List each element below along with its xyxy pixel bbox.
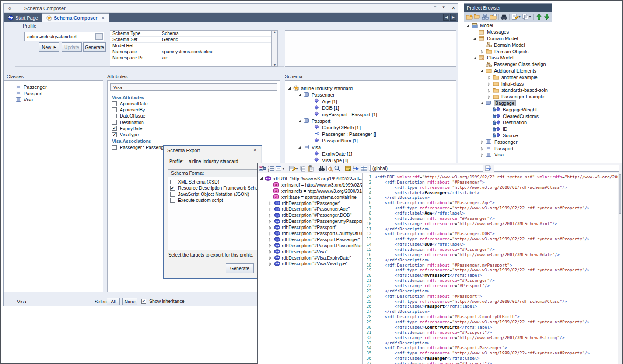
schema-tree-node[interactable]: CountryOfBirth [1] — [285, 124, 456, 131]
expander-closed-icon[interactable] — [268, 231, 272, 235]
attribute-checkbox-row[interactable]: ExpiryDate — [112, 125, 276, 132]
expander-open-icon[interactable] — [298, 146, 301, 149]
checkbox-icon[interactable] — [112, 120, 117, 125]
property-value[interactable]: Generic — [159, 37, 178, 42]
xml-dom-node[interactable]: rdf:Description "#Passport.CountryOfBirt… — [258, 230, 362, 236]
checkbox-icon[interactable] — [170, 186, 175, 191]
new-element-icon[interactable] — [490, 14, 497, 20]
xml-dom-node[interactable]: rdf:RDF "http://www.w3.org/1999/02/22-rd… — [258, 176, 362, 182]
node-list-icon[interactable]: 123 — [267, 165, 274, 172]
schema-format-row[interactable]: XML Schema (XSD) — [170, 179, 260, 185]
xml-dom-node[interactable]: rdf:Description "#Passenger.Age" — [258, 206, 362, 212]
schema-format-row[interactable]: Resource Description Framework Schema (R… — [170, 185, 260, 191]
browser-tree-node[interactable]: standards-based-soln — [464, 87, 552, 94]
xml-dom-node[interactable]: rdf:Description "#Passport" — [258, 224, 362, 230]
browser-tree-node[interactable]: ID — [464, 126, 552, 132]
schema-tree-node[interactable]: Visa — [285, 144, 456, 150]
schema-tree-node[interactable]: Passport — [285, 118, 456, 124]
new-package-icon[interactable] — [474, 14, 481, 20]
class-list-item[interactable]: Passport — [4, 90, 103, 97]
expander-closed-icon[interactable] — [268, 243, 272, 247]
dom-tree-toggle-icon[interactable] — [259, 165, 266, 172]
expander-closed-icon[interactable] — [480, 146, 484, 150]
checkbox-icon[interactable] — [170, 192, 175, 197]
profile-browse-button[interactable]: ... — [95, 33, 103, 40]
expander-closed-icon[interactable] — [268, 201, 272, 205]
tab-scroll-right-icon[interactable]: ▶ — [450, 14, 456, 21]
find-in-browser-icon[interactable] — [500, 14, 508, 20]
property-value[interactable] — [159, 61, 162, 67]
browser-tree-node[interactable]: Passenger — [464, 139, 552, 145]
browser-tree-node[interactable]: Messages — [464, 29, 552, 35]
find-icon[interactable] — [318, 165, 325, 172]
attribute-checkbox-row[interactable]: ApprovalDate — [112, 101, 276, 107]
move-down-icon[interactable] — [543, 14, 550, 20]
dialog-close-icon[interactable]: ✕ — [253, 147, 257, 153]
browser-tree-node[interactable]: Passenger Class design — [464, 61, 552, 68]
schema-tree-node[interactable]: VisaType [1] — [285, 157, 456, 163]
attribute-checkbox-row[interactable]: DateOfIssue — [112, 113, 276, 119]
class-list-item[interactable]: Visa — [4, 97, 103, 103]
xml-dom-node[interactable]: rdf:Description "#Passport.PassportNum" — [258, 243, 362, 249]
copy-node-icon[interactable] — [299, 165, 306, 172]
xml-dom-node[interactable]: axmlns:rdfs = http://www.w3.org/2000/01/… — [258, 188, 362, 194]
tab-start-page[interactable]: Start Page — [4, 13, 42, 22]
browser-tree-node[interactable]: BaggageWeight — [464, 106, 552, 113]
window-menu-icon[interactable]: ▼ — [442, 5, 445, 11]
show-inheritance-checkbox[interactable]: Show inheritance — [141, 298, 185, 304]
browser-tree-node[interactable]: Model — [464, 22, 552, 29]
attribute-checkbox-row[interactable]: ApprovedBy — [112, 107, 276, 113]
expander-open-icon[interactable] — [298, 93, 301, 96]
dropdown-caret-icon[interactable]: ▼ — [282, 167, 285, 170]
new-diagram-icon[interactable] — [482, 14, 489, 20]
xml-dom-node[interactable]: rdf:Description "#Passenger.DOB" — [258, 212, 362, 218]
scrollbar-thumb[interactable] — [619, 174, 621, 214]
expander-closed-icon[interactable] — [268, 219, 272, 223]
go-to-definition-icon[interactable] — [353, 165, 360, 172]
edit-node-icon[interactable] — [289, 165, 296, 172]
select-all-button[interactable]: All — [107, 298, 120, 305]
schema-tree-node[interactable]: ExpiryDate [1] — [285, 150, 456, 157]
run-search-icon[interactable] — [485, 165, 492, 172]
checkbox-icon[interactable] — [112, 145, 117, 150]
browser-tree-node[interactable]: Passport — [464, 145, 552, 152]
expander-open-icon[interactable] — [480, 101, 483, 104]
property-value[interactable]: Schema — [159, 31, 179, 36]
dropdown-caret-icon[interactable]: ▼ — [518, 15, 521, 18]
new-model-icon[interactable] — [466, 14, 473, 20]
expander-open-icon[interactable] — [288, 87, 291, 90]
select-none-button[interactable]: None — [122, 298, 137, 305]
xml-dom-node[interactable]: rdf:Description "#Visa.VisaType" — [258, 260, 362, 267]
browser-tree-node[interactable]: another-example — [464, 74, 552, 80]
xml-dom-node[interactable]: rdf:Description "#Passenger" — [258, 200, 362, 206]
xml-dom-node[interactable]: rdf:Description "#Visa.ExpiryDate" — [258, 255, 362, 261]
schema-tree-node[interactable]: Passenger : Passenger [] — [285, 131, 456, 137]
schema-tree-node[interactable]: PassportNum [1] — [285, 137, 456, 144]
browser-tree-node[interactable]: Source — [464, 132, 552, 139]
schema-tree-node[interactable]: myPassport : Passport [1] — [285, 111, 456, 118]
xml-dom-tree[interactable]: rdf:RDF "http://www.w3.org/1999/02/22-rd… — [258, 173, 363, 364]
dialog-generate-button[interactable]: Generate — [226, 263, 254, 273]
expander-open-icon[interactable] — [298, 119, 301, 122]
move-up-icon[interactable] — [536, 14, 542, 20]
scroll-down-icon[interactable]: ▼ — [273, 63, 276, 66]
tab-schema-composer[interactable]: Schema Composer ✕ — [42, 13, 109, 22]
schema-tree-node[interactable]: airline-industry-standard — [285, 85, 456, 91]
close-window-icon[interactable]: ✕ — [452, 5, 455, 11]
expander-closed-icon[interactable] — [268, 256, 272, 260]
editor-scrollbar[interactable] — [618, 173, 622, 364]
expander-closed-icon[interactable] — [480, 153, 484, 157]
expander-open-icon[interactable] — [473, 37, 476, 40]
attribute-checkbox-row[interactable]: Desitination — [112, 119, 276, 125]
property-value[interactable]: air: — [159, 55, 168, 61]
property-value[interactable]: sparxsystems.com/airline — [159, 49, 214, 55]
expander-open-icon[interactable] — [473, 56, 476, 59]
find-in-files-icon[interactable] — [326, 165, 333, 172]
xml-dom-node[interactable]: rdf:Description "#Visa" — [258, 249, 362, 255]
expander-closed-icon[interactable] — [268, 250, 272, 253]
close-tab-icon[interactable]: ✕ — [101, 15, 105, 21]
expander-closed-icon[interactable] — [487, 82, 491, 86]
search-icon[interactable] — [334, 165, 341, 172]
browser-tree-node[interactable]: Baggage — [464, 100, 552, 107]
xml-dom-node[interactable]: rdf:Description "#Passenger.myPassport" — [258, 218, 362, 224]
